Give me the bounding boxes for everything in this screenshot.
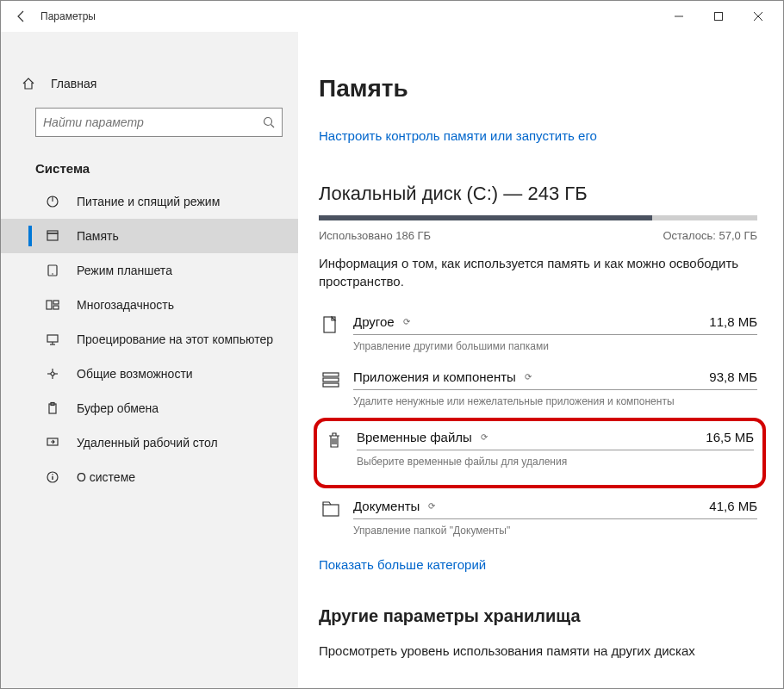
- home-icon: [22, 77, 39, 90]
- sidebar-item-about[interactable]: О системе: [1, 460, 298, 494]
- category-name: Приложения и компоненты: [353, 369, 516, 384]
- category-documents[interactable]: Документы ⟳ 41,6 МБ Управление папкой "Д…: [319, 490, 757, 545]
- titlebar: Параметры: [1, 1, 783, 32]
- sidebar-nav: Питание и спящий режим Память Режим план…: [1, 184, 298, 494]
- category-bar: [353, 334, 757, 335]
- svg-rect-1: [715, 13, 723, 21]
- category-apps[interactable]: Приложения и компоненты ⟳ 93,8 МБ Удалит…: [319, 361, 757, 416]
- sidebar-item-label: Память: [77, 229, 119, 243]
- trash-icon: [322, 430, 346, 450]
- category-size: 41,6 МБ: [709, 499, 757, 513]
- used-label: Использовано 186 ГБ: [319, 229, 431, 242]
- category-size: 93,8 МБ: [709, 369, 757, 384]
- projecting-icon: [44, 332, 61, 346]
- usage-bar: [319, 215, 757, 220]
- storage-icon: [44, 229, 61, 243]
- sidebar-item-label: Многозадачность: [77, 298, 174, 312]
- category-bar: [353, 389, 757, 390]
- category-subtitle: Выберите временные файлы для удаления: [357, 456, 754, 468]
- svg-rect-13: [53, 301, 59, 304]
- configure-storage-sense-link[interactable]: Настроить контроль памяти или запустить …: [319, 128, 597, 143]
- svg-point-4: [264, 118, 272, 126]
- category-size: 16,5 МБ: [706, 430, 754, 444]
- category-bar: [357, 450, 754, 450]
- tablet-icon: [44, 264, 61, 277]
- sidebar: Главная Система Питание и спящий режим П…: [1, 32, 298, 688]
- highlight-annotation: Временные файлы ⟳ 16,5 МБ Выберите време…: [314, 418, 766, 488]
- sidebar-section-title: Система: [1, 156, 298, 184]
- category-name: Временные файлы: [357, 430, 472, 444]
- svg-rect-29: [323, 378, 339, 382]
- category-subtitle: Управление другими большими папками: [353, 340, 757, 352]
- svg-rect-12: [47, 301, 52, 309]
- sidebar-item-clipboard[interactable]: Буфер обмена: [1, 391, 298, 425]
- disk-heading: Локальный диск (C:) — 243 ГБ: [319, 183, 757, 205]
- other-storage-heading: Другие параметры хранилища: [319, 606, 757, 626]
- maximize-button[interactable]: [699, 3, 738, 30]
- sidebar-item-label: Режим планшета: [77, 264, 172, 277]
- other-icon: [319, 314, 343, 335]
- svg-rect-9: [47, 231, 58, 233]
- clipboard-icon: [44, 401, 61, 415]
- minimize-button[interactable]: [659, 3, 699, 30]
- documents-icon: [319, 499, 343, 519]
- category-temp-files[interactable]: Временные файлы ⟳ 16,5 МБ Выберите време…: [322, 426, 754, 476]
- window-title: Параметры: [40, 10, 96, 22]
- home-label: Главная: [51, 77, 96, 90]
- free-label: Осталось: 57,0 ГБ: [663, 229, 757, 242]
- sidebar-item-power[interactable]: Питание и спящий режим: [1, 184, 298, 219]
- search-box[interactable]: [35, 108, 283, 137]
- sidebar-item-label: Общие возможности: [77, 367, 193, 381]
- loading-spinner: ⟳: [481, 432, 488, 442]
- sidebar-item-label: Буфер обмена: [77, 401, 159, 415]
- about-icon: [44, 470, 61, 484]
- back-button[interactable]: [6, 1, 37, 32]
- category-size: 11,8 МБ: [709, 314, 757, 329]
- loading-spinner: ⟳: [525, 372, 532, 382]
- svg-point-11: [52, 273, 53, 275]
- other-storage-desc: Просмотреть уровень использования памяти…: [319, 643, 757, 658]
- svg-line-5: [271, 125, 275, 128]
- sidebar-item-tablet[interactable]: Режим планшета: [1, 253, 298, 288]
- search-icon: [263, 116, 275, 128]
- svg-rect-15: [47, 335, 58, 342]
- window-controls: [659, 3, 778, 30]
- usage-bar-fill: [319, 215, 652, 220]
- svg-point-26: [52, 474, 53, 475]
- svg-point-16: [51, 372, 54, 376]
- page-title: Память: [319, 75, 757, 102]
- sidebar-item-label: Проецирование на этот компьютер: [77, 332, 273, 346]
- sidebar-item-shared[interactable]: Общие возможности: [1, 357, 298, 391]
- sidebar-item-label: Питание и спящий режим: [77, 195, 220, 208]
- home-nav[interactable]: Главная: [1, 68, 298, 99]
- category-name: Другое: [353, 314, 395, 329]
- category-subtitle: Управление папкой "Документы": [353, 525, 757, 537]
- svg-rect-30: [323, 383, 339, 387]
- category-other[interactable]: Другое ⟳ 11,8 МБ Управление другими боль…: [319, 306, 757, 361]
- loading-spinner: ⟳: [428, 501, 435, 511]
- category-bar: [353, 518, 757, 519]
- multitask-icon: [44, 298, 61, 312]
- loading-spinner: ⟳: [403, 317, 410, 326]
- apps-icon: [319, 369, 343, 390]
- storage-description: Информация о том, как используется памят…: [319, 254, 757, 290]
- search-input[interactable]: [43, 115, 263, 129]
- usage-labels: Использовано 186 ГБ Осталось: 57,0 ГБ: [319, 229, 757, 242]
- shared-icon: [44, 367, 61, 381]
- sidebar-item-label: О системе: [77, 470, 135, 484]
- main-content: Память Настроить контроль памяти или зап…: [298, 32, 783, 688]
- show-more-categories-link[interactable]: Показать больше категорий: [319, 557, 486, 572]
- svg-rect-14: [53, 306, 59, 309]
- sidebar-item-storage[interactable]: Память: [1, 219, 298, 253]
- close-button[interactable]: [738, 3, 778, 30]
- svg-rect-31: [323, 505, 339, 516]
- remote-icon: [44, 436, 61, 450]
- category-name: Документы: [353, 499, 420, 513]
- sidebar-item-projecting[interactable]: Проецирование на этот компьютер: [1, 322, 298, 357]
- svg-rect-28: [323, 373, 339, 376]
- sidebar-item-remote[interactable]: Удаленный рабочий стол: [1, 425, 298, 460]
- category-subtitle: Удалите ненужные или нежелательные прило…: [353, 395, 757, 407]
- power-icon: [44, 195, 61, 208]
- sidebar-item-multitask[interactable]: Многозадачность: [1, 288, 298, 322]
- sidebar-item-label: Удаленный рабочий стол: [77, 436, 218, 450]
